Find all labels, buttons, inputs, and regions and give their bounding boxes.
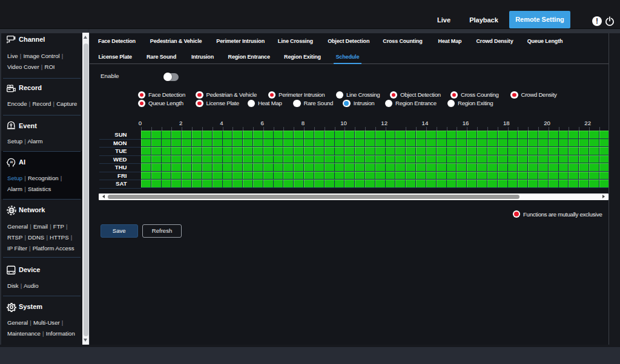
svg-text:AI: AI: [10, 161, 13, 164]
